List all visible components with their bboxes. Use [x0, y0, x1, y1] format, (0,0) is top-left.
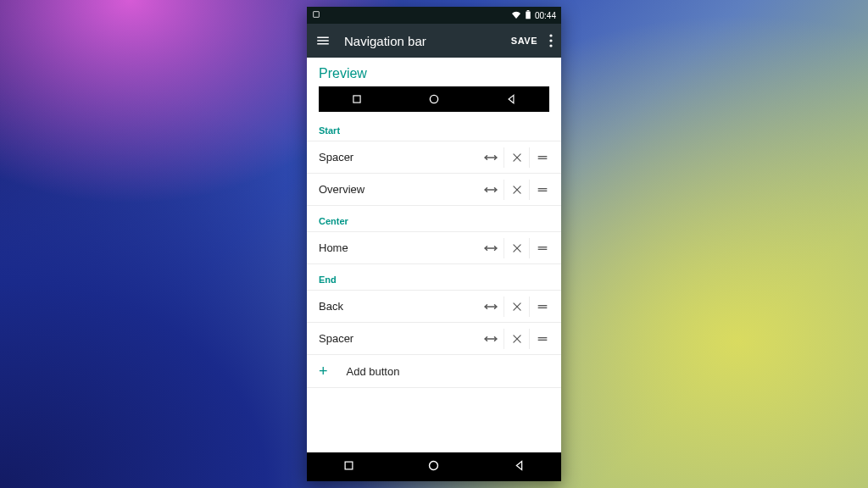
content-area: Preview Start Spacer — [307, 58, 561, 452]
list-item[interactable]: Home — [307, 231, 561, 263]
svg-rect-2 — [527, 10, 530, 11]
svg-rect-36 — [345, 462, 353, 469]
svg-line-17 — [513, 186, 520, 192]
svg-line-23 — [513, 244, 520, 251]
svg-point-8 — [549, 44, 552, 47]
width-button[interactable] — [478, 180, 504, 200]
overflow-menu-icon[interactable] — [549, 34, 553, 47]
drag-handle-icon[interactable] — [529, 297, 554, 317]
menu-icon[interactable] — [315, 33, 331, 48]
svg-rect-5 — [317, 43, 329, 45]
system-back-button[interactable] — [513, 459, 526, 475]
drag-handle-icon[interactable] — [529, 329, 554, 349]
svg-line-28 — [513, 302, 520, 309]
system-overview-button[interactable] — [342, 459, 355, 475]
drag-handle-icon[interactable] — [529, 147, 554, 168]
delete-button[interactable] — [504, 297, 529, 317]
section-header-center: Center — [307, 205, 561, 231]
preview-heading: Preview — [307, 58, 561, 86]
add-button-row[interactable]: + Add button — [307, 354, 561, 388]
width-button[interactable] — [478, 329, 504, 349]
notification-icon — [312, 10, 320, 20]
app-bar-title: Navigation bar — [344, 34, 426, 48]
svg-rect-3 — [317, 37, 329, 39]
wifi-icon — [511, 10, 521, 20]
list-item[interactable]: Back — [307, 290, 561, 322]
list-item[interactable]: Spacer — [307, 141, 561, 173]
overview-icon — [351, 93, 363, 105]
delete-button[interactable] — [504, 329, 529, 349]
app-bar: Navigation bar SAVE — [307, 24, 561, 58]
status-time: 00:44 — [535, 11, 556, 20]
row-actions — [478, 329, 554, 349]
list-item[interactable]: Overview — [307, 173, 561, 205]
section-header-end: End — [307, 263, 561, 290]
svg-line-13 — [513, 153, 520, 160]
item-label: Spacer — [319, 332, 478, 345]
svg-point-7 — [549, 39, 552, 42]
svg-rect-4 — [317, 40, 329, 42]
svg-line-18 — [513, 186, 520, 192]
status-bar: 00:44 — [307, 7, 561, 24]
svg-point-37 — [430, 461, 438, 469]
item-label: Home — [319, 241, 478, 254]
add-button-label: Add button — [347, 365, 400, 378]
svg-line-27 — [513, 302, 520, 309]
item-label: Back — [319, 300, 478, 313]
system-home-button[interactable] — [426, 458, 441, 476]
battery-icon — [525, 10, 531, 21]
section-header-start: Start — [307, 115, 561, 141]
drag-handle-icon[interactable] — [529, 238, 554, 258]
item-label: Spacer — [319, 151, 478, 164]
drag-handle-icon[interactable] — [529, 180, 554, 200]
list-item[interactable]: Spacer — [307, 322, 561, 354]
svg-line-32 — [513, 335, 520, 341]
delete-button[interactable] — [504, 180, 529, 200]
svg-rect-1 — [526, 11, 531, 19]
svg-line-33 — [513, 335, 520, 341]
svg-rect-0 — [314, 12, 320, 18]
svg-line-12 — [513, 153, 520, 160]
row-actions — [478, 238, 554, 258]
system-nav-bar — [307, 452, 561, 481]
width-button[interactable] — [478, 238, 504, 258]
item-label: Overview — [319, 183, 478, 196]
home-icon — [427, 92, 441, 106]
svg-point-10 — [430, 95, 437, 103]
svg-rect-9 — [353, 96, 360, 103]
svg-point-6 — [549, 34, 552, 36]
plus-icon: + — [319, 363, 328, 380]
row-actions — [478, 180, 554, 200]
delete-button[interactable] — [504, 147, 529, 168]
delete-button[interactable] — [504, 238, 529, 258]
width-button[interactable] — [478, 147, 504, 168]
row-actions — [478, 297, 554, 317]
preview-nav-bar — [319, 86, 549, 112]
svg-line-22 — [513, 244, 520, 251]
phone-frame: 00:44 Navigation bar SAVE Preview — [307, 7, 561, 481]
back-icon — [505, 93, 517, 105]
save-button[interactable]: SAVE — [511, 36, 537, 46]
row-actions — [478, 147, 554, 168]
width-button[interactable] — [478, 297, 504, 317]
